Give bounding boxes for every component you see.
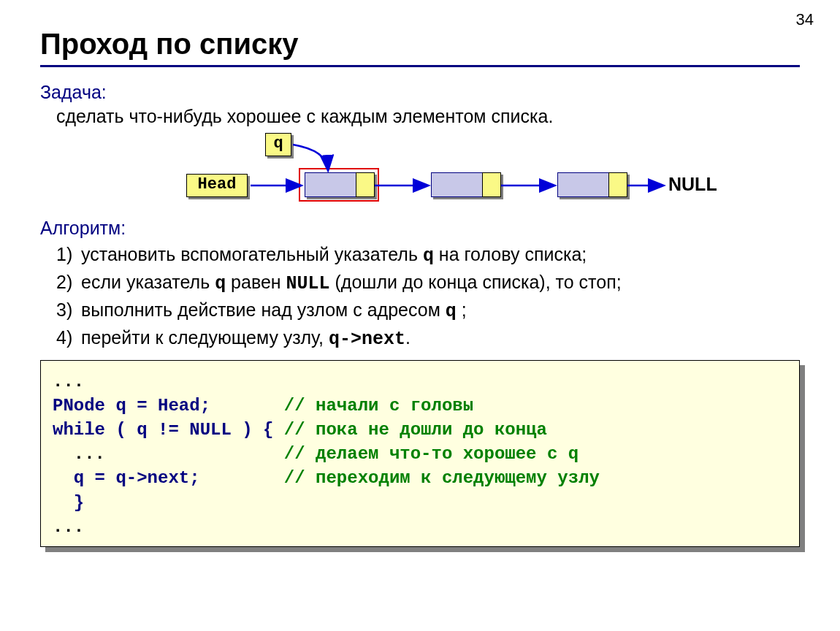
code-keyword: while ( q != NULL ) {: [53, 420, 284, 440]
node-data-cell: [431, 172, 484, 197]
code-block: ...PNode q = Head; // начали с головыwhi…: [40, 360, 800, 547]
code-line: q = q->next; // переходим к следующему у…: [53, 466, 787, 490]
algorithm-step: 1)установить вспомогательный указатель q…: [56, 244, 800, 267]
code-comment: // начали с головы: [284, 396, 473, 416]
step-number: 4): [56, 327, 81, 348]
step-text: (дошли до конца списка), то стоп;: [330, 272, 622, 292]
code-line: while ( q != NULL ) { // пока не дошли д…: [53, 418, 787, 442]
task-text: сделать что-нибудь хорошее с каждым элем…: [56, 106, 800, 127]
step-text: если указатель: [81, 272, 215, 292]
code-keyword: PNode q = Head;: [53, 396, 284, 416]
code-keyword: q = q->next;: [53, 468, 284, 488]
code-line: PNode q = Head; // начали с головы: [53, 394, 787, 418]
null-label: NULL: [668, 174, 717, 195]
code-text: ...: [53, 372, 84, 391]
step-mono: q->next: [329, 329, 405, 350]
algorithm-step: 2)если указатель q равен NULL (дошли до …: [56, 272, 800, 294]
code-box: ...PNode q = Head; // начали с головыwhi…: [40, 360, 800, 547]
node-data-cell: [557, 172, 610, 197]
step-text: перейти к следующему узлу,: [81, 327, 329, 348]
algorithm-step: 4)перейти к следующему узлу, q->next.: [56, 327, 800, 350]
node-next-cell: [356, 172, 375, 197]
node-data-cell: [305, 172, 357, 197]
linked-list-diagram: q Head NULL: [150, 133, 807, 213]
code-comment: // переходим к следующему узлу: [284, 468, 600, 488]
step-text: равен: [226, 272, 286, 292]
step-mono: q: [446, 301, 457, 322]
page-number: 34: [796, 10, 814, 29]
algorithm-step: 3)выполнить действие над узлом с адресом…: [56, 299, 800, 322]
q-pointer-box: q: [265, 133, 291, 156]
step-text: на голову списка;: [434, 244, 587, 264]
head-pointer-box: Head: [186, 174, 248, 197]
step-text: ;: [457, 299, 467, 320]
step-number: 3): [56, 299, 81, 321]
step-text: установить вспомогательный указатель: [81, 244, 423, 264]
node-next-cell: [482, 172, 501, 197]
slide: 34 Проход по списку Задача: сделать что-…: [0, 0, 840, 631]
code-line: ...: [53, 515, 787, 539]
task-label: Задача:: [40, 82, 800, 103]
step-text: выполнить действие над узлом с адресом: [81, 299, 446, 320]
code-line: ... // делаем что-то хорошее с q: [53, 442, 787, 466]
code-line: }: [53, 491, 787, 515]
slide-title: Проход по списку: [40, 28, 800, 61]
algorithm-list: 1)установить вспомогательный указатель q…: [40, 244, 800, 350]
code-line: ...: [53, 370, 787, 394]
algorithm-label: Алгоритм:: [40, 218, 800, 239]
code-comment: // пока не дошли до конца: [284, 420, 547, 440]
code-text: ...: [53, 517, 84, 537]
step-mono: NULL: [286, 273, 330, 294]
code-keyword: }: [53, 493, 84, 513]
code-comment: // делаем что-то хорошее с q: [284, 444, 579, 464]
step-mono: q: [215, 273, 226, 294]
step-number: 1): [56, 244, 81, 265]
step-mono: q: [423, 245, 434, 267]
step-text: .: [405, 327, 411, 348]
title-underline: [40, 65, 800, 67]
code-text: ...: [53, 444, 284, 464]
step-number: 2): [56, 272, 81, 293]
node-next-cell: [608, 172, 627, 197]
